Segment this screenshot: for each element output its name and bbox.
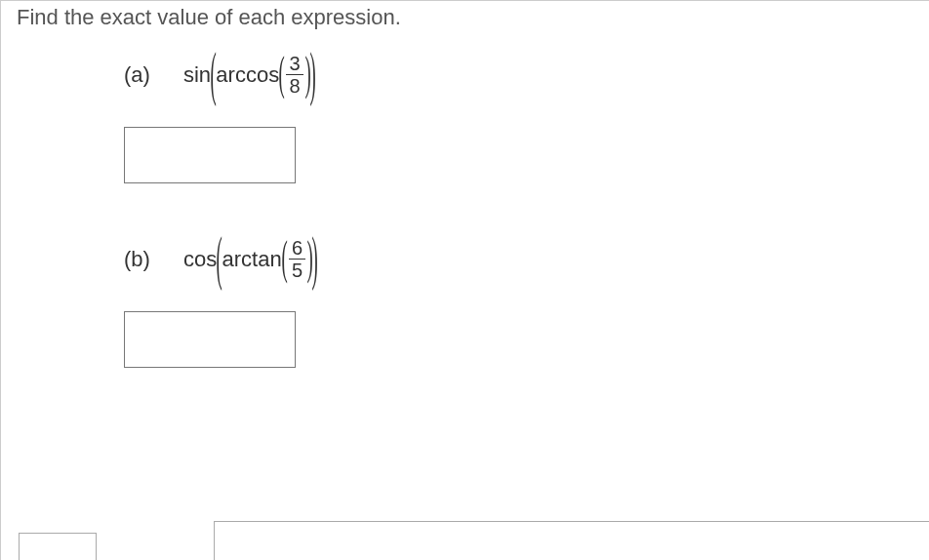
open-paren-outer-b: ( [217,228,222,289]
footer-large-box[interactable] [214,521,929,560]
footer-controls [1,521,929,560]
outer-func-a: sin [183,62,211,88]
close-paren-outer-b: ) [312,228,318,289]
problem-b: (b) cos ( arctan ( 6 5 ) ) [124,238,919,280]
numerator-b: 6 [289,238,305,260]
expression-a: sin ( arccos ( 3 8 ) ) [183,54,315,96]
numerator-a: 3 [286,54,303,75]
denominator-a: 8 [286,75,303,96]
open-paren-inner-b: ( [281,234,287,281]
inner-func-b: arctan [222,247,281,272]
instruction-text: Find the exact value of each expression. [17,5,919,30]
problem-a: (a) sin ( arccos ( 3 8 ) ) [124,54,919,96]
footer-small-box[interactable] [19,533,97,560]
fraction-a: 3 8 [286,54,303,96]
denominator-b: 5 [289,260,305,280]
open-paren-inner-a: ( [279,50,285,97]
inner-func-a: arccos [216,62,279,88]
part-a-label: (a) [124,62,150,88]
answer-input-b[interactable] [124,311,296,368]
answer-input-a[interactable] [124,127,296,183]
close-paren-outer-a: ) [309,44,315,104]
open-paren-outer-a: ( [211,44,217,104]
fraction-b: 6 5 [289,238,305,280]
expression-b: cos ( arctan ( 6 5 ) ) [183,238,318,280]
part-b-label: (b) [124,247,150,272]
outer-func-b: cos [183,247,217,272]
